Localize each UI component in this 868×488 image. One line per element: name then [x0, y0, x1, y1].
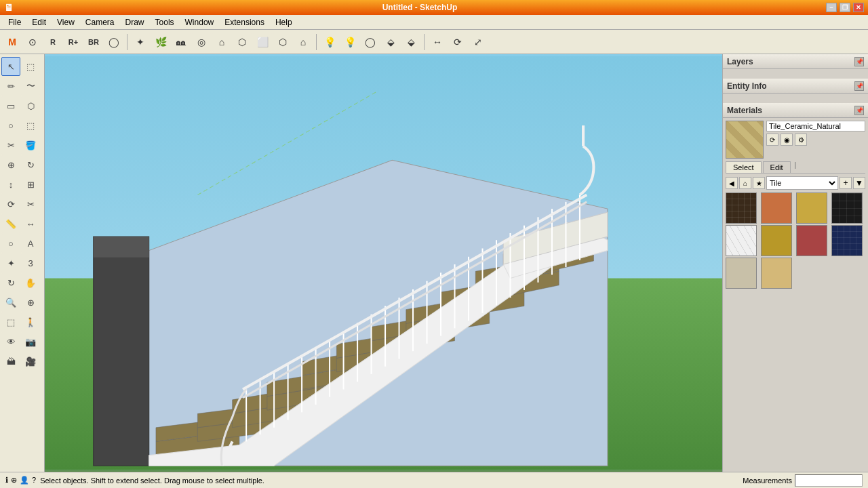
viewport-canvas[interactable]: [45, 54, 722, 472]
toolbar-btn-9[interactable]: ◎: [192, 33, 211, 52]
toolbar-sketchup-logo[interactable]: M: [3, 33, 22, 52]
swatch-tan-tile[interactable]: [796, 192, 827, 224]
section-plane-tool[interactable]: ⬚: [1, 312, 20, 331]
close-button[interactable]: ✕: [853, 3, 864, 12]
move-tool[interactable]: ⊕: [1, 155, 20, 174]
toolbar-btn-5[interactable]: ◯: [104, 33, 123, 52]
toolbar-btn-22[interactable]: ⤢: [469, 33, 488, 52]
swatch-beige-tile[interactable]: [761, 258, 792, 289]
dimension-tool[interactable]: ↔: [21, 214, 40, 233]
toolbar-btn-20[interactable]: ↔: [428, 33, 447, 52]
status-user-icon[interactable]: 👤: [20, 476, 29, 485]
tape-measure-tool[interactable]: 📏: [1, 214, 20, 233]
swatch-gold-tile[interactable]: [761, 225, 792, 256]
restore-button[interactable]: ❐: [840, 3, 850, 12]
protractor-tool[interactable]: ○: [1, 234, 20, 253]
toolbar-btn-17[interactable]: ◯: [361, 33, 380, 52]
material-add-button[interactable]: +: [840, 177, 852, 189]
paint-bucket-tool[interactable]: 🪣: [21, 136, 40, 155]
menu-item-window[interactable]: Window: [180, 16, 220, 28]
eraser-tool[interactable]: ✂: [1, 136, 20, 155]
status-help-icon[interactable]: ?: [32, 476, 36, 485]
swatch-navy-tile[interactable]: [831, 225, 863, 256]
toolbar-btn-21[interactable]: ⟳: [448, 33, 467, 52]
swatch-dark-tile[interactable]: [726, 192, 757, 224]
look-around-tool[interactable]: 👁: [1, 332, 20, 351]
entity-info-pin-button[interactable]: 📌: [854, 81, 864, 91]
toolbar-btn-7[interactable]: 🌿: [151, 33, 170, 52]
toolbar-btn-1[interactable]: ⊙: [23, 33, 42, 52]
rectangle-tool[interactable]: ▭: [1, 96, 20, 115]
status-info-icon[interactable]: ℹ: [5, 476, 8, 485]
material-more-button[interactable]: ▼: [853, 177, 865, 189]
menu-item-camera[interactable]: Camera: [80, 16, 120, 28]
toolbar-btn-16[interactable]: 💡: [340, 33, 359, 52]
menu-item-draw[interactable]: Draw: [120, 16, 150, 28]
tab-select[interactable]: Select: [726, 161, 762, 173]
intersect-tool[interactable]: ✂: [21, 195, 40, 214]
toolbar-btn-15[interactable]: 💡: [320, 33, 339, 52]
sandbox-tool[interactable]: 🏔: [1, 352, 20, 371]
advanced-camera-tool[interactable]: 🎥: [21, 352, 40, 371]
circle-tool[interactable]: ○: [1, 116, 20, 135]
material-browse-button[interactable]: ⟳: [766, 134, 778, 146]
zoom-tool[interactable]: 🔍: [1, 293, 20, 312]
menu-item-extensions[interactable]: Extensions: [219, 16, 270, 28]
swatch-black-tile[interactable]: [831, 192, 863, 224]
toolbar-btn-13[interactable]: ⬡: [273, 33, 292, 52]
material-category-dropdown[interactable]: Tile: [766, 176, 838, 190]
measurements-input[interactable]: [795, 474, 863, 487]
rotate-tool[interactable]: ↻: [21, 155, 40, 174]
polygon-tool[interactable]: ⬡: [21, 96, 40, 115]
toolbar-btn-11[interactable]: ⬡: [233, 33, 252, 52]
tab-edit[interactable]: Edit: [763, 161, 791, 173]
text-tool[interactable]: A: [21, 234, 40, 253]
position-camera-tool[interactable]: 📷: [21, 332, 40, 351]
arc-tool[interactable]: 〜: [21, 77, 40, 96]
follow-me-tool[interactable]: ⟳: [1, 195, 20, 214]
toolbar-btn-8[interactable]: 🏘: [172, 33, 191, 52]
material-home-button[interactable]: ⌂: [739, 177, 751, 189]
toolbar-btn-18[interactable]: ⬙: [381, 33, 400, 52]
push-pull-tool[interactable]: ⊞: [21, 175, 40, 194]
materials-pin-button[interactable]: 📌: [854, 106, 864, 115]
menu-item-file[interactable]: File: [3, 16, 26, 28]
orbit-tool[interactable]: ↻: [1, 273, 20, 292]
toolbar-btn-14[interactable]: ⌂: [294, 33, 313, 52]
toolbar-btn-12[interactable]: ⬜: [253, 33, 272, 52]
toolbar-btn-10[interactable]: ⌂: [212, 33, 231, 52]
layers-pin-button[interactable]: 📌: [854, 57, 864, 66]
scale-tool[interactable]: ↕: [1, 175, 20, 194]
3d-text-tool[interactable]: 3: [21, 253, 40, 272]
material-back-button[interactable]: ◀: [726, 177, 738, 189]
swatch-hex-white[interactable]: [726, 225, 757, 256]
space-navigator-tool[interactable]: ⬚: [21, 57, 40, 76]
menu-item-help[interactable]: Help: [270, 16, 298, 28]
zoom-extents-tool[interactable]: ⊕: [21, 293, 40, 312]
swatch-red-tile[interactable]: [796, 225, 827, 256]
axes-tool[interactable]: ✦: [1, 253, 20, 272]
menu-item-tools[interactable]: Tools: [150, 16, 180, 28]
pan-tool[interactable]: ✋: [21, 273, 40, 292]
menu-item-edit[interactable]: Edit: [26, 16, 52, 28]
toolbar-btn-19[interactable]: ⬙: [401, 33, 420, 52]
titlebar-controls: − ❐ ✕: [826, 3, 864, 12]
status-add-icon[interactable]: ⊕: [11, 476, 17, 485]
swatch-orange-tile[interactable]: [761, 192, 792, 224]
swatch-light-tile[interactable]: [726, 258, 757, 289]
toolbar-btn-4[interactable]: BR: [84, 33, 103, 52]
walk-tool[interactable]: 🚶: [21, 312, 40, 331]
toolbar-btn-6[interactable]: ✦: [131, 33, 150, 52]
toolbar-btn-3[interactable]: R+: [64, 33, 83, 52]
menu-item-view[interactable]: View: [52, 16, 80, 28]
material-bookmark-button[interactable]: ★: [753, 177, 765, 189]
material-details-button[interactable]: ⚙: [795, 134, 807, 146]
offset-tool[interactable]: ⬚: [21, 116, 40, 135]
pencil-tool[interactable]: ✏: [1, 77, 20, 96]
material-name-input[interactable]: [766, 121, 865, 131]
toolbar-btn-2[interactable]: R: [43, 33, 62, 52]
material-in-model-button[interactable]: ◉: [781, 134, 793, 146]
select-tool[interactable]: ↖: [1, 57, 20, 76]
viewport[interactable]: [45, 54, 722, 472]
minimize-button[interactable]: −: [826, 3, 837, 12]
